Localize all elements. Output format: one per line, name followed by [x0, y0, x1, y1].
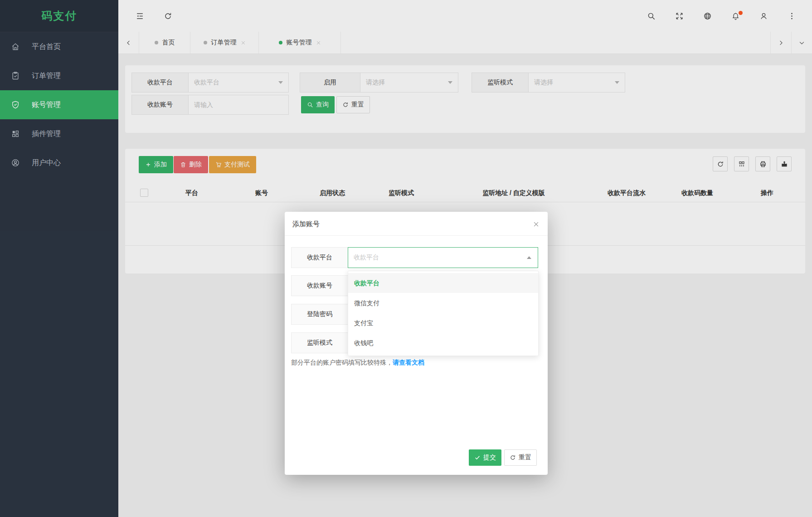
- reset-icon: [510, 454, 516, 461]
- modal-account-label: 收款账号: [291, 275, 348, 296]
- dropdown-option-platform[interactable]: 收款平台: [348, 273, 538, 293]
- modal-submit-button[interactable]: 提交: [469, 449, 501, 466]
- modal-reset-button[interactable]: 重置: [504, 449, 537, 466]
- dropdown-option-alipay[interactable]: 支付宝: [348, 313, 538, 333]
- close-icon: [533, 221, 540, 228]
- dropdown-option-shouqianba[interactable]: 收钱吧: [348, 333, 538, 353]
- modal-platform-select[interactable]: 收款平台: [348, 247, 538, 268]
- modal-header: [285, 212, 548, 236]
- platform-dropdown: 收款平台 微信支付 支付宝 收钱吧: [348, 271, 539, 356]
- dropdown-option-wechat[interactable]: 微信支付: [348, 293, 538, 313]
- modal-title: 添加账号: [292, 212, 320, 236]
- submit-button-label: 提交: [483, 454, 496, 462]
- docs-link[interactable]: 请查看文档: [393, 359, 424, 366]
- modal-password-label: 登陆密码: [291, 304, 348, 325]
- modal-platform-label: 收款平台: [291, 247, 348, 268]
- caret-up-icon: [527, 256, 531, 259]
- check-icon: [474, 454, 481, 461]
- modal-close-button[interactable]: [530, 219, 541, 229]
- select-placeholder: 收款平台: [354, 254, 379, 262]
- add-account-modal: 添加账号 收款平台 收款平台 收款账号 登陆密码 监听模式 收款平台 微信支付 …: [285, 212, 548, 475]
- modal-note: 部分平台的账户密码填写比较特殊，请查看文档: [291, 359, 424, 367]
- modal-reset-label: 重置: [519, 454, 531, 462]
- note-text: 部分平台的账户密码填写比较特殊，: [291, 359, 393, 366]
- modal-listen-mode-label: 监听模式: [291, 332, 348, 353]
